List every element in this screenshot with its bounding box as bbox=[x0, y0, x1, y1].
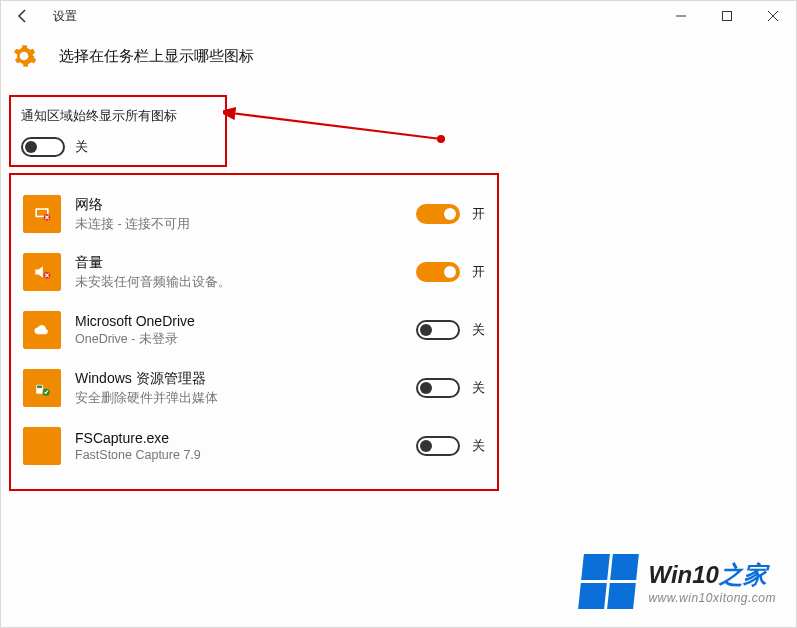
master-toggle-row: 关 bbox=[21, 137, 215, 157]
item-title: Microsoft OneDrive bbox=[75, 313, 416, 329]
master-toggle-section: 通知区域始终显示所有图标 关 bbox=[9, 95, 227, 167]
page-header: 选择在任务栏上显示哪些图标 bbox=[1, 31, 796, 89]
close-button[interactable] bbox=[750, 1, 796, 31]
item-toggle-state: 关 bbox=[472, 379, 485, 397]
svg-rect-11 bbox=[37, 386, 42, 389]
list-item: 音量 未安装任何音频输出设备。 开 bbox=[23, 243, 485, 301]
item-title: FSCapture.exe bbox=[75, 430, 416, 446]
svg-rect-1 bbox=[723, 12, 732, 21]
item-title: 音量 bbox=[75, 254, 416, 272]
page-title: 选择在任务栏上显示哪些图标 bbox=[59, 47, 254, 66]
item-toggle[interactable] bbox=[416, 378, 460, 398]
list-item: FSCapture.exe FastStone Capture 7.9 关 bbox=[23, 417, 485, 475]
back-button[interactable] bbox=[9, 2, 37, 30]
item-subtitle: 安全删除硬件并弹出媒体 bbox=[75, 390, 416, 407]
item-toggle-state: 关 bbox=[472, 437, 485, 455]
items-section: 网络 未连接 - 连接不可用 开 音量 未安装任何音频输出设备。 开 bbox=[9, 173, 499, 491]
item-toggle[interactable] bbox=[416, 320, 460, 340]
list-item: Microsoft OneDrive OneDrive - 未登录 关 bbox=[23, 301, 485, 359]
titlebar: 设置 bbox=[1, 1, 796, 31]
list-item: Windows 资源管理器 安全删除硬件并弹出媒体 关 bbox=[23, 359, 485, 417]
master-toggle-state: 关 bbox=[75, 138, 88, 156]
master-toggle[interactable] bbox=[21, 137, 65, 157]
window-title: 设置 bbox=[53, 8, 77, 25]
item-subtitle: 未安装任何音频输出设备。 bbox=[75, 274, 416, 291]
list-item: 网络 未连接 - 连接不可用 开 bbox=[23, 185, 485, 243]
window-controls bbox=[658, 1, 796, 31]
svg-line-4 bbox=[231, 113, 441, 139]
maximize-icon bbox=[722, 11, 732, 21]
watermark-url: www.win10xitong.com bbox=[648, 591, 776, 605]
close-icon bbox=[768, 11, 778, 21]
onedrive-icon bbox=[23, 311, 61, 349]
content-area: 通知区域始终显示所有图标 关 网络 未连接 - 连接不可用 开 bbox=[1, 89, 796, 497]
arrow-left-icon bbox=[15, 8, 31, 24]
watermark-title: Win10之家 bbox=[648, 559, 776, 591]
maximize-button[interactable] bbox=[704, 1, 750, 31]
network-icon bbox=[23, 195, 61, 233]
minimize-icon bbox=[676, 11, 686, 21]
gear-icon bbox=[9, 41, 39, 71]
item-toggle[interactable] bbox=[416, 262, 460, 282]
item-toggle-state: 开 bbox=[472, 205, 485, 223]
master-toggle-label: 通知区域始终显示所有图标 bbox=[21, 107, 215, 125]
item-title: Windows 资源管理器 bbox=[75, 370, 416, 388]
item-toggle-state: 关 bbox=[472, 321, 485, 339]
volume-icon bbox=[23, 253, 61, 291]
item-toggle[interactable] bbox=[416, 436, 460, 456]
item-toggle-state: 开 bbox=[472, 263, 485, 281]
item-title: 网络 bbox=[75, 196, 416, 214]
watermark: Win10之家 www.win10xitong.com bbox=[581, 554, 776, 609]
item-subtitle: FastStone Capture 7.9 bbox=[75, 448, 416, 462]
item-toggle[interactable] bbox=[416, 204, 460, 224]
item-subtitle: OneDrive - 未登录 bbox=[75, 331, 416, 348]
minimize-button[interactable] bbox=[658, 1, 704, 31]
explorer-icon bbox=[23, 369, 61, 407]
fscapture-icon bbox=[23, 427, 61, 465]
annotation-arrow bbox=[223, 99, 463, 169]
item-subtitle: 未连接 - 连接不可用 bbox=[75, 216, 416, 233]
windows-logo-icon bbox=[579, 554, 640, 609]
svg-point-5 bbox=[437, 135, 445, 143]
